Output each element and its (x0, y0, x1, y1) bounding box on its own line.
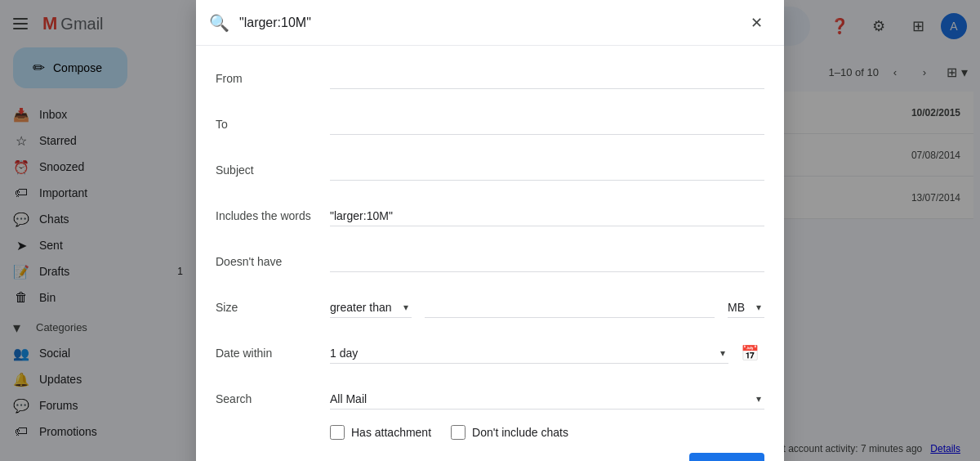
checkboxes-row: Has attachment Don't include chats (216, 425, 764, 440)
dialog-search-input[interactable] (239, 16, 742, 30)
search-in-row: Search All Mail Inbox Starred Sent Mail … (216, 379, 764, 418)
app-container: M Gmail ✏ Compose 📥 Inbox ☆ Starred ⏰ Sn… (0, 0, 980, 461)
search-dialog: 🔍 ✕ From To Subject Includes t (196, 0, 784, 461)
size-unit-select[interactable]: MB GB KB (728, 298, 764, 318)
size-comparator-select[interactable]: greater than less than (330, 298, 412, 318)
size-value-input[interactable] (425, 298, 715, 318)
date-controls: 1 day 3 days 1 week 2 weeks 1 month 2 mo… (330, 338, 764, 368)
search-in-wrapper: All Mail Inbox Starred Sent Mail Drafts … (330, 389, 764, 410)
create-filter-button[interactable]: Create filter (594, 453, 679, 461)
date-label: Date within (216, 347, 330, 360)
has-attachment-checkbox[interactable] (330, 425, 345, 440)
includes-label: Includes the words (216, 209, 330, 222)
to-row: To (216, 105, 764, 144)
search-button[interactable]: Search (689, 453, 764, 461)
has-attachment-label[interactable]: Has attachment (330, 425, 431, 440)
dont-include-chats-text: Don't include chats (472, 426, 568, 439)
to-input[interactable] (330, 114, 764, 135)
size-label: Size (216, 301, 330, 314)
search-in-label: Search (216, 392, 330, 405)
from-row: From (216, 59, 764, 98)
size-controls: greater than less than MB GB KB (330, 298, 764, 318)
doesnt-have-row: Doesn't have (216, 242, 764, 281)
dont-include-chats-checkbox[interactable] (451, 425, 466, 440)
includes-row: Includes the words (216, 196, 764, 235)
subject-label: Subject (216, 163, 330, 177)
dialog-search-bar: 🔍 ✕ (196, 0, 784, 46)
date-row: Date within 1 day 3 days 1 week 2 weeks … (216, 333, 764, 373)
size-unit-wrapper: MB GB KB (728, 298, 764, 318)
doesnt-have-input[interactable] (330, 252, 764, 272)
from-label: From (216, 72, 330, 85)
from-input[interactable] (330, 69, 764, 89)
dialog-search-icon: 🔍 (209, 13, 229, 33)
dialog-clear-button[interactable]: ✕ (742, 8, 771, 38)
dialog-body: From To Subject Includes the words Doesn… (196, 46, 784, 461)
date-select-wrapper: 1 day 3 days 1 week 2 weeks 1 month 2 mo… (330, 343, 728, 364)
has-attachment-text: Has attachment (351, 426, 431, 439)
date-select[interactable]: 1 day 3 days 1 week 2 weeks 1 month 2 mo… (330, 343, 728, 364)
subject-row: Subject (216, 150, 764, 190)
doesnt-have-label: Doesn't have (216, 255, 330, 268)
dont-include-chats-label[interactable]: Don't include chats (451, 425, 568, 440)
size-row: Size greater than less than MB GB KB (216, 288, 764, 327)
subject-input[interactable] (330, 160, 764, 181)
to-label: To (216, 118, 330, 131)
dialog-footer: Create filter Search (216, 453, 764, 461)
search-in-select[interactable]: All Mail Inbox Starred Sent Mail Drafts … (330, 389, 764, 410)
size-comparator-wrapper: greater than less than (330, 298, 412, 318)
search-in-controls: All Mail Inbox Starred Sent Mail Drafts … (330, 389, 764, 410)
calendar-button[interactable]: 📅 (735, 338, 764, 368)
includes-input[interactable] (330, 206, 764, 226)
